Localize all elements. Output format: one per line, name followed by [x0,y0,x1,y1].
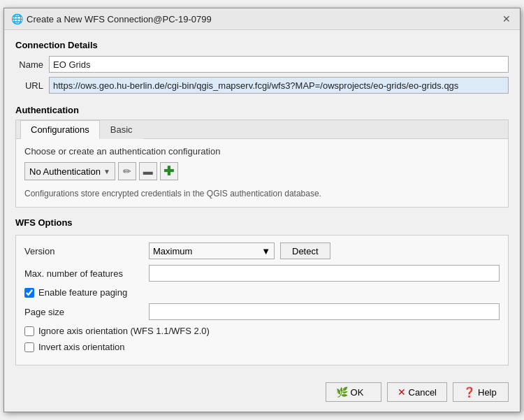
dialog-title: Create a New WFS Connection@PC-19-0799 [27,14,212,24]
version-arrow-icon: ▼ [261,246,270,256]
version-row: Version Maximum ▼ Detect [24,242,500,259]
auth-panel: Configurations Basic Choose or create an… [15,120,509,208]
dialog-body: Connection Details Name URL Authenticati… [4,30,520,375]
main-dialog: 🌐 Create a New WFS Connection@PC-19-0799… [3,8,521,412]
button-bar: 🌿 OK ✕ Cancel ❓ Help [4,375,520,412]
detect-button[interactable]: Detect [280,242,330,259]
invert-axis-label: Invert axis orientation [38,342,125,352]
name-input[interactable] [49,56,509,73]
url-row: URL [15,77,509,94]
titlebar-left: 🌐 Create a New WFS Connection@PC-19-0799 [11,13,212,24]
connection-details-section: Connection Details Name URL [15,40,509,94]
name-row: Name [15,56,509,73]
page-size-row: Page size [24,303,500,320]
close-button[interactable]: ✕ [500,13,513,25]
auth-remove-button[interactable]: ▬ [139,162,157,180]
auth-add-button[interactable]: ✚ [160,162,178,180]
edit-icon: ✏ [123,166,131,177]
ignore-axis-label: Ignore axis orientation (WFS 1.1/WFS 2.0… [38,326,210,336]
titlebar: 🌐 Create a New WFS Connection@PC-19-0799… [4,8,520,30]
page-size-label: Page size [24,307,143,317]
auth-dropdown-label: No Authentication [29,166,101,177]
enable-paging-row: Enable feature paging [24,287,500,298]
max-features-row: Max. number of features [24,265,500,282]
url-input[interactable] [49,77,509,94]
help-button[interactable]: ❓ Help [453,382,509,402]
help-icon: ❓ [463,386,475,398]
help-label: Help [478,387,497,398]
invert-axis-row: Invert axis orientation [24,342,500,352]
tab-configurations[interactable]: Configurations [20,120,100,139]
auth-edit-button[interactable]: ✏ [118,162,136,180]
connection-details-title: Connection Details [15,40,509,50]
ignore-axis-row: Ignore axis orientation (WFS 1.1/WFS 2.0… [24,326,500,336]
cancel-button[interactable]: ✕ Cancel [387,382,447,402]
ok-icon: 🌿 [336,386,348,398]
add-icon: ✚ [163,164,174,179]
cancel-icon: ✕ [398,386,406,398]
wfs-options-panel: Version Maximum ▼ Detect Max. number of … [15,235,509,365]
remove-icon: ▬ [143,166,153,177]
version-dropdown[interactable]: Maximum ▼ [149,242,275,259]
tab-configurations-content: Choose or create an authentication confi… [16,139,508,207]
authentication-title: Authentication [15,102,509,120]
auth-controls: No Authentication ▼ ✏ ▬ ✚ [24,162,500,180]
authentication-section: Authentication Configurations Basic Choo… [15,102,509,208]
cancel-label: Cancel [409,387,437,398]
wfs-options-title: WFS Options [15,217,509,228]
url-label: URL [15,80,43,91]
wfs-options-section: WFS Options Version Maximum ▼ Detect Max… [15,217,509,365]
dropdown-arrow-icon: ▼ [103,168,110,175]
enable-paging-checkbox[interactable] [24,288,34,298]
tab-basic[interactable]: Basic [100,120,143,139]
auth-note: Configurations store encrypted credentia… [24,189,500,198]
enable-paging-label: Enable feature paging [38,287,127,298]
name-label: Name [15,59,43,70]
page-size-input[interactable] [149,303,500,320]
invert-axis-checkbox[interactable] [24,342,34,352]
max-features-input[interactable] [149,265,500,282]
ok-button[interactable]: 🌿 OK [326,382,381,402]
version-label: Version [24,246,143,256]
ok-label: OK [351,387,364,398]
version-value: Maximum [153,246,192,256]
auth-tabs: Configurations Basic [16,120,508,139]
dialog-icon: 🌐 [11,13,22,24]
auth-dropdown[interactable]: No Authentication ▼ [24,162,115,180]
max-features-label: Max. number of features [24,268,143,279]
auth-choose-label: Choose or create an authentication confi… [24,146,500,157]
ignore-axis-checkbox[interactable] [24,326,34,336]
